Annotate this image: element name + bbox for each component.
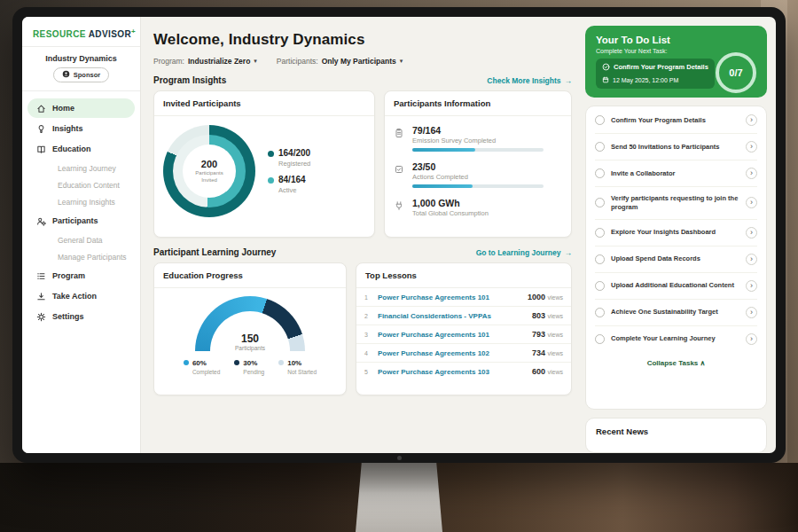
task-row-verify-participants[interactable]: Verify participants requesting to join t… bbox=[595, 187, 757, 220]
go-to-learning-journey-link[interactable]: Go to Learning Journey → bbox=[476, 248, 572, 257]
checkbox-icon[interactable] bbox=[595, 168, 605, 178]
checkbox-icon[interactable] bbox=[595, 228, 605, 238]
card-title: Invited Participants bbox=[154, 91, 374, 116]
chevron-right-icon[interactable]: › bbox=[746, 141, 757, 153]
lesson-views: 734 views bbox=[532, 348, 563, 357]
task-row-explore-insights[interactable]: Explore Your Insights Dashboard › bbox=[595, 220, 757, 246]
sidebar-item-education-content[interactable]: Education Content bbox=[27, 176, 135, 193]
sidebar-item-insights[interactable]: Insights bbox=[27, 119, 135, 138]
chevron-down-icon: ▾ bbox=[254, 58, 257, 65]
lesson-link[interactable]: Power Purchase Agreements 103 bbox=[378, 368, 526, 376]
task-row-achieve-target[interactable]: Achieve One Sustainability Target › bbox=[595, 300, 757, 326]
sidebar-item-manage-participants[interactable]: Manage Participants bbox=[27, 248, 135, 265]
chevron-right-icon[interactable]: › bbox=[746, 227, 757, 239]
invited-donut-chart: 200 Participants Invited bbox=[163, 125, 255, 217]
checkbox-icon[interactable] bbox=[595, 308, 605, 317]
sidebar-item-label: General Data bbox=[58, 236, 103, 245]
legend-pct: 30% bbox=[243, 359, 257, 367]
checkbox-icon[interactable] bbox=[595, 281, 605, 291]
sidebar-item-home[interactable]: Home bbox=[27, 98, 135, 118]
sidebar-nav: Home Insights Education Learning Journey… bbox=[22, 98, 140, 326]
gauge-center-label: Participants bbox=[235, 345, 265, 351]
participants-dropdown[interactable]: Participants: Only My Participants ▾ bbox=[277, 57, 403, 66]
clipboard-icon bbox=[394, 125, 405, 152]
sidebar-item-general-data[interactable]: General Data bbox=[27, 231, 135, 248]
legend-label: Pending bbox=[243, 369, 264, 375]
task-label: Confirm Your Program Details bbox=[611, 116, 706, 125]
checklist-icon bbox=[394, 161, 405, 188]
sidebar-item-settings[interactable]: Settings bbox=[27, 307, 135, 326]
checkbox-icon[interactable] bbox=[595, 115, 605, 125]
checkbox-icon[interactable] bbox=[595, 254, 605, 264]
arrow-right-icon: → bbox=[565, 76, 573, 85]
task-row-upload-spend-data[interactable]: Upload Spend Data Records › bbox=[595, 246, 757, 273]
home-icon bbox=[36, 104, 46, 113]
sidebar-item-label: Participants bbox=[52, 216, 98, 225]
link-label: Check More Insights bbox=[487, 76, 560, 85]
collapse-tasks-link[interactable]: Collapse Tasks ∧ bbox=[595, 352, 757, 375]
sidebar-item-learning-insights[interactable]: Learning Insights bbox=[27, 193, 135, 210]
sidebar-item-program[interactable]: Program bbox=[27, 266, 135, 286]
lesson-row: 2 Financial Considerations - VPPAs 803 v… bbox=[356, 307, 571, 325]
stat-value: 79/164 bbox=[412, 125, 544, 136]
gauge-center-value: 150 bbox=[241, 332, 259, 345]
lesson-rank: 2 bbox=[364, 313, 372, 319]
sidebar-item-education[interactable]: Education bbox=[27, 139, 135, 159]
chevron-right-icon[interactable]: › bbox=[746, 197, 757, 208]
lesson-rank: 3 bbox=[364, 332, 372, 338]
chevron-right-icon[interactable]: › bbox=[746, 168, 757, 179]
checkbox-icon[interactable] bbox=[595, 198, 605, 207]
donut-inner-ring: 200 Participants Invited bbox=[173, 135, 246, 207]
card-title: Top Lessons bbox=[356, 263, 571, 288]
lesson-rank: 1 bbox=[364, 294, 372, 301]
sidebar-item-label: Learning Journey bbox=[58, 164, 116, 173]
lesson-link[interactable]: Power Purchase Agreements 101 bbox=[378, 293, 521, 301]
logo-plus: + bbox=[131, 27, 136, 35]
link-label: Go to Learning Journey bbox=[476, 248, 561, 257]
next-task-box[interactable]: Confirm Your Program Details 12 May 2025… bbox=[596, 59, 715, 89]
chevron-right-icon[interactable]: › bbox=[746, 307, 757, 318]
sidebar-item-label: Program bbox=[52, 271, 85, 280]
participants-value: Only My Participants bbox=[322, 57, 396, 66]
program-dropdown[interactable]: Program: Industrialize Zero ▾ bbox=[153, 57, 257, 66]
task-row-complete-learning-journey[interactable]: Complete Your Learning Journey › bbox=[595, 326, 757, 352]
todo-progress-ring: 0/7 bbox=[716, 52, 756, 93]
task-row-send-invitations[interactable]: Send 50 Invitations to Participants › bbox=[595, 134, 757, 160]
task-row-confirm-details[interactable]: Confirm Your Program Details › bbox=[595, 107, 757, 134]
chevron-right-icon[interactable]: › bbox=[746, 254, 757, 265]
stat-label: Total Global Consumption bbox=[412, 209, 489, 217]
sidebar-item-take-action[interactable]: Take Action bbox=[27, 286, 135, 306]
recent-news-card[interactable]: Recent News bbox=[585, 418, 767, 453]
donut-center: 200 Participants Invited bbox=[183, 145, 236, 198]
checkbox-icon[interactable] bbox=[595, 334, 605, 344]
lesson-link[interactable]: Power Purchase Agreements 101 bbox=[378, 331, 526, 339]
education-gauge-chart: 150 Participants bbox=[195, 296, 305, 351]
todo-progress-value: 0/7 bbox=[729, 67, 742, 78]
chevron-right-icon[interactable]: › bbox=[746, 280, 757, 292]
lesson-link[interactable]: Financial Considerations - VPPAs bbox=[378, 312, 526, 320]
lesson-row: 3 Power Purchase Agreements 101 793 view… bbox=[356, 325, 571, 344]
participants-label: Participants: bbox=[277, 57, 318, 66]
learning-journey-header: Participant Learning Journey Go to Learn… bbox=[153, 247, 572, 257]
chevron-right-icon[interactable]: › bbox=[746, 333, 757, 345]
todo-panel: Your To Do List Complete Your Next Task:… bbox=[584, 17, 776, 453]
sidebar: RESOURCE ADVISOR+ Industry Dynamics Spon… bbox=[22, 17, 141, 453]
due-date: 12 May 2025, 12:00 PM bbox=[613, 77, 678, 83]
task-row-upload-educational-content[interactable]: Upload Additional Educational Content › bbox=[595, 273, 757, 300]
lesson-link[interactable]: Power Purchase Agreements 102 bbox=[378, 349, 526, 357]
views-word: views bbox=[547, 313, 563, 319]
sidebar-item-learning-journey[interactable]: Learning Journey bbox=[27, 160, 135, 176]
gauge-legend: 60% Completed 30% Pending 10% Not Starte… bbox=[184, 359, 317, 375]
task-row-invite-collaborator[interactable]: Invite a Collaborator › bbox=[595, 160, 757, 187]
gear-icon bbox=[36, 312, 46, 322]
chevron-right-icon[interactable]: › bbox=[746, 114, 757, 126]
sidebar-item-label: Settings bbox=[52, 312, 84, 321]
stat-value: 1,000 GWh bbox=[412, 198, 489, 208]
checkbox-icon[interactable] bbox=[595, 142, 605, 152]
download-icon bbox=[36, 292, 46, 301]
top-lessons-card: Top Lessons 1 Power Purchase Agreements … bbox=[356, 262, 572, 395]
lesson-rank: 4 bbox=[364, 350, 372, 356]
check-more-insights-link[interactable]: Check More Insights → bbox=[487, 76, 572, 85]
lesson-rank: 5 bbox=[364, 369, 372, 375]
sidebar-item-participants[interactable]: Participants bbox=[27, 211, 135, 231]
